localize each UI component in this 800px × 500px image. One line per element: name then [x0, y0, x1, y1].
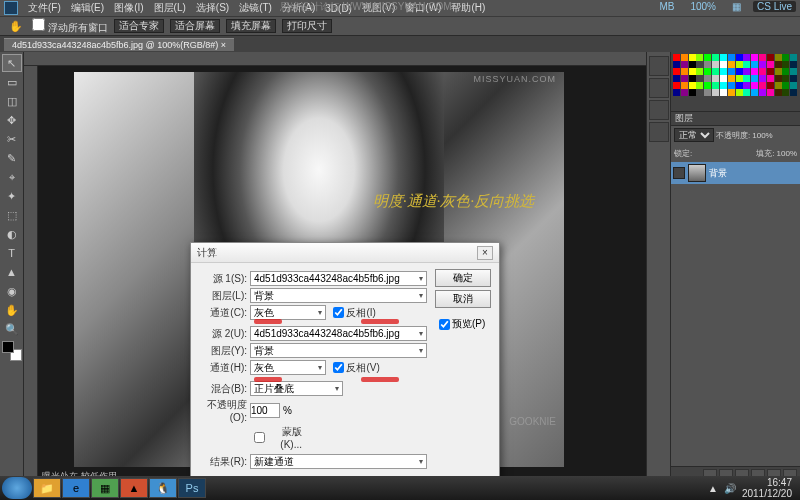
swatch[interactable]: [681, 68, 688, 75]
taskbar-ie-icon[interactable]: e: [62, 478, 90, 498]
swatch[interactable]: [775, 89, 782, 96]
menu-file[interactable]: 文件(F): [24, 1, 65, 15]
swatch[interactable]: [673, 54, 680, 61]
swatch[interactable]: [736, 61, 743, 68]
shape-tool[interactable]: ◉: [2, 282, 22, 300]
menu-layer[interactable]: 图层(L): [150, 1, 190, 15]
taskbar-explorer-icon[interactable]: 📁: [33, 478, 61, 498]
dialog-titlebar[interactable]: 计算 ×: [191, 243, 499, 263]
swatch[interactable]: [720, 89, 727, 96]
hand-tool[interactable]: ✋: [2, 301, 22, 319]
cslive-button[interactable]: CS Live: [753, 1, 796, 12]
swatch[interactable]: [696, 82, 703, 89]
src1-select[interactable]: 4d51d933ca443248ac4b5fb6.jpg: [250, 271, 427, 286]
view-grid-icon[interactable]: ▦: [728, 1, 745, 12]
swatch[interactable]: [696, 75, 703, 82]
fit-expert-button[interactable]: 适合专家: [114, 19, 164, 33]
swatch[interactable]: [759, 61, 766, 68]
swatch[interactable]: [728, 82, 735, 89]
swatch[interactable]: [767, 82, 774, 89]
swatch[interactable]: [689, 89, 696, 96]
swatch[interactable]: [673, 68, 680, 75]
swatch[interactable]: [751, 54, 758, 61]
fit-screen-button[interactable]: 适合屏幕: [170, 19, 220, 33]
swatch[interactable]: [743, 89, 750, 96]
pen-tool[interactable]: ▲: [2, 263, 22, 281]
chan2-select[interactable]: 灰色: [250, 360, 326, 375]
swatch[interactable]: [759, 75, 766, 82]
swatch[interactable]: [689, 68, 696, 75]
swatch[interactable]: [696, 68, 703, 75]
swatch[interactable]: [673, 89, 680, 96]
collapsed-panel-icon[interactable]: [649, 122, 669, 142]
swatch[interactable]: [720, 68, 727, 75]
swatch[interactable]: [767, 75, 774, 82]
swatch[interactable]: [712, 54, 719, 61]
close-icon[interactable]: ×: [477, 246, 493, 260]
preview-checkbox[interactable]: 预览(P): [439, 317, 491, 331]
brush-tool[interactable]: ✦: [2, 187, 22, 205]
swatch[interactable]: [782, 61, 789, 68]
swatch[interactable]: [704, 75, 711, 82]
swatch[interactable]: [704, 82, 711, 89]
stamp-tool[interactable]: ⬚: [2, 206, 22, 224]
swatch[interactable]: [673, 82, 680, 89]
swatch[interactable]: [767, 61, 774, 68]
swatch[interactable]: [704, 54, 711, 61]
fill-value[interactable]: 100%: [777, 149, 797, 158]
collapsed-panel-icon[interactable]: [649, 78, 669, 98]
swatch[interactable]: [681, 82, 688, 89]
swatch[interactable]: [736, 89, 743, 96]
current-tool-icon[interactable]: ✋: [6, 17, 26, 35]
swatch[interactable]: [673, 75, 680, 82]
swatch[interactable]: [696, 54, 703, 61]
swatch[interactable]: [728, 89, 735, 96]
swatch[interactable]: [681, 54, 688, 61]
swatch[interactable]: [720, 75, 727, 82]
swatch[interactable]: [790, 75, 797, 82]
print-size-button[interactable]: 打印尺寸: [282, 19, 332, 33]
eyedropper-tool[interactable]: ✎: [2, 149, 22, 167]
swatch[interactable]: [767, 68, 774, 75]
invert2-checkbox[interactable]: 反相(V): [333, 361, 381, 375]
dodge-tool[interactable]: ◐: [2, 225, 22, 243]
swatch[interactable]: [689, 75, 696, 82]
swatch[interactable]: [759, 89, 766, 96]
swatch[interactable]: [790, 89, 797, 96]
swatch[interactable]: [790, 68, 797, 75]
blend-select[interactable]: 正片叠底: [250, 381, 343, 396]
swatch[interactable]: [712, 82, 719, 89]
swatch[interactable]: [751, 61, 758, 68]
wand-tool[interactable]: ✥: [2, 111, 22, 129]
swatch[interactable]: [743, 75, 750, 82]
swatch[interactable]: [767, 54, 774, 61]
crop-tool[interactable]: ✂: [2, 130, 22, 148]
blend-mode-select[interactable]: 正常: [674, 128, 714, 142]
swatch[interactable]: [681, 75, 688, 82]
swatch[interactable]: [728, 75, 735, 82]
swatch[interactable]: [736, 82, 743, 89]
chan1-select[interactable]: 灰色: [250, 305, 326, 320]
swatch[interactable]: [775, 75, 782, 82]
swatch[interactable]: [759, 82, 766, 89]
tray-icon[interactable]: ▲: [708, 483, 718, 494]
swatch[interactable]: [689, 54, 696, 61]
swatch[interactable]: [743, 68, 750, 75]
swatch[interactable]: [743, 82, 750, 89]
invert1-checkbox[interactable]: 反相(I): [333, 306, 381, 320]
swatch[interactable]: [728, 54, 735, 61]
visibility-eye-icon[interactable]: [673, 167, 685, 179]
opacity-input[interactable]: [250, 403, 280, 418]
swatch[interactable]: [767, 89, 774, 96]
taskbar-app-icon[interactable]: ▲: [120, 478, 148, 498]
swatch[interactable]: [775, 61, 782, 68]
result-select[interactable]: 新建通道: [250, 454, 427, 469]
swatch[interactable]: [720, 61, 727, 68]
swatch[interactable]: [712, 68, 719, 75]
swatch[interactable]: [704, 61, 711, 68]
taskbar-app-icon[interactable]: ▦: [91, 478, 119, 498]
swatch[interactable]: [743, 61, 750, 68]
system-tray[interactable]: ▲ 🔊 16:47 2011/12/20: [708, 477, 798, 499]
swatch[interactable]: [790, 61, 797, 68]
swatch[interactable]: [736, 68, 743, 75]
